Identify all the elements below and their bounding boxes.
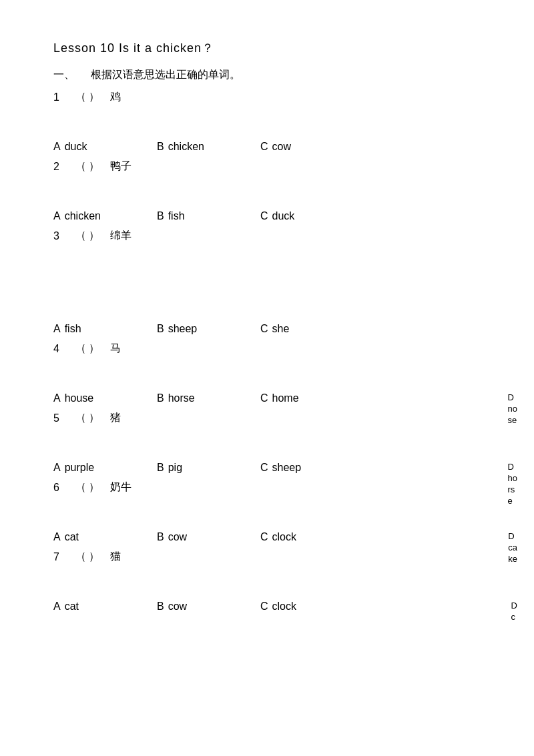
- option-4-C: Chome: [260, 392, 354, 404]
- q-blank-7: （ ）: [75, 550, 99, 564]
- option-3-B: Bsheep: [157, 323, 260, 335]
- question-block-6: 6（ ）奶牛AcatBcowCclockDcake: [53, 480, 481, 543]
- option-text-5-C: sheep: [272, 462, 302, 474]
- option-2-A: Achicken: [53, 210, 157, 222]
- question-row-2: 2（ ）鸭子: [53, 159, 481, 173]
- option-label-2-C: C: [260, 210, 268, 222]
- option-4-B: Bhorse: [157, 392, 260, 404]
- option-label-5-A: A: [53, 462, 61, 474]
- q-chinese-1: 鸡: [110, 90, 121, 104]
- option-d-sidebar-7: Dc: [511, 601, 517, 623]
- option-5-A: Apurple: [53, 462, 157, 474]
- option-3-C: Cshe: [260, 323, 354, 335]
- option-7-C: Cclock: [260, 601, 354, 613]
- option-d-sidebar-6: Dcake: [508, 531, 517, 565]
- option-d-sidebar-5: Dhorse: [508, 462, 517, 507]
- q-num-3: 3: [53, 230, 70, 242]
- question-row-7: 7（ ）猫: [53, 550, 481, 564]
- q-blank-1: （ ）: [75, 90, 99, 104]
- question-block-4: 4（ ）马AhouseBhorseChomeDnose: [53, 342, 481, 404]
- options-row-5: ApurpleBpigCsheepDhorse: [53, 462, 481, 474]
- q-num-1: 1: [53, 91, 70, 103]
- option-text-5-A: purple: [65, 462, 94, 474]
- option-text-6-B: cow: [168, 531, 187, 543]
- option-text-3-A: fish: [65, 323, 81, 335]
- question-block-2: 2（ ）鸭子AchickenBfishCduck: [53, 159, 481, 222]
- option-text-2-A: chicken: [65, 210, 101, 222]
- option-label-7-B: B: [157, 601, 164, 613]
- option-text-7-C: clock: [272, 601, 296, 613]
- option-text-1-A: duck: [65, 141, 87, 153]
- q-chinese-4: 马: [110, 342, 121, 356]
- q-num-4: 4: [53, 343, 70, 355]
- option-6-B: Bcow: [157, 531, 260, 543]
- option-label-4-C: C: [260, 392, 268, 404]
- option-label-1-C: C: [260, 141, 268, 153]
- option-label-3-B: B: [157, 323, 164, 335]
- option-7-A: Acat: [53, 601, 157, 613]
- q-blank-3: （ ）: [75, 229, 99, 243]
- option-text-3-B: sheep: [168, 323, 198, 335]
- options-row-2: AchickenBfishCduck: [53, 210, 481, 222]
- option-2-C: Cduck: [260, 210, 354, 222]
- option-text-3-C: she: [272, 323, 290, 335]
- option-label-5-C: C: [260, 462, 268, 474]
- q-chinese-7: 猫: [110, 550, 121, 564]
- option-1-B: Bchicken: [157, 141, 260, 153]
- options-row-1: AduckBchickenCcow: [53, 141, 481, 153]
- q-blank-2: （ ）: [75, 159, 99, 173]
- option-label-2-B: B: [157, 210, 164, 222]
- option-label-6-A: A: [53, 531, 61, 543]
- question-block-5: 5（ ）猪ApurpleBpigCsheepDhorse: [53, 411, 481, 474]
- section-header: 一、 根据汉语意思选出正确的单词。: [53, 68, 481, 82]
- q-blank-4: （ ）: [75, 342, 99, 356]
- option-text-6-C: clock: [272, 531, 296, 543]
- option-6-A: Acat: [53, 531, 157, 543]
- question-row-1: 1（ ）鸡: [53, 90, 481, 104]
- option-label-5-B: B: [157, 462, 164, 474]
- option-label-7-C: C: [260, 601, 268, 613]
- option-text-1-B: chicken: [168, 141, 204, 153]
- option-text-5-B: pig: [168, 462, 182, 474]
- option-text-4-A: house: [65, 392, 94, 404]
- option-5-C: Csheep: [260, 462, 354, 474]
- question-row-6: 6（ ）奶牛: [53, 480, 481, 494]
- option-text-2-C: duck: [272, 210, 295, 222]
- options-row-7: AcatBcowCclockDc: [53, 601, 481, 613]
- option-d-sidebar-4: Dnose: [508, 392, 517, 426]
- question-block-3: 3（ ）绵羊AfishBsheepCshe: [53, 229, 481, 335]
- q-num-5: 5: [53, 412, 70, 424]
- option-label-4-B: B: [157, 392, 164, 404]
- option-6-C: Cclock: [260, 531, 354, 543]
- option-3-A: Afish: [53, 323, 157, 335]
- question-row-3: 3（ ）绵羊: [53, 229, 481, 243]
- title: Lesson 10 Is it a chicken？: [53, 40, 481, 56]
- q-chinese-3: 绵羊: [110, 229, 131, 243]
- option-text-7-B: cow: [168, 601, 187, 613]
- q-num-2: 2: [53, 161, 70, 173]
- option-text-4-C: home: [272, 392, 299, 404]
- option-text-6-A: cat: [65, 531, 79, 543]
- q-blank-5: （ ）: [75, 411, 99, 425]
- q-num-7: 7: [53, 551, 70, 563]
- option-text-4-B: horse: [168, 392, 195, 404]
- question-block-1: 1（ ）鸡AduckBchickenCcow: [53, 90, 481, 153]
- option-label-3-C: C: [260, 323, 268, 335]
- option-5-B: Bpig: [157, 462, 260, 474]
- q-chinese-5: 猪: [110, 411, 121, 425]
- option-text-2-B: fish: [168, 210, 185, 222]
- question-row-5: 5（ ）猪: [53, 411, 481, 425]
- option-label-1-A: A: [53, 141, 61, 153]
- options-row-6: AcatBcowCclockDcake: [53, 531, 481, 543]
- q-num-6: 6: [53, 482, 70, 494]
- option-7-B: Bcow: [157, 601, 260, 613]
- question-row-4: 4（ ）马: [53, 342, 481, 356]
- option-label-4-A: A: [53, 392, 61, 404]
- option-label-6-C: C: [260, 531, 268, 543]
- question-block-7: 7（ ）猫AcatBcowCclockDc: [53, 550, 481, 613]
- option-4-A: Ahouse: [53, 392, 157, 404]
- q-chinese-6: 奶牛: [110, 480, 131, 494]
- option-1-A: Aduck: [53, 141, 157, 153]
- options-row-3: AfishBsheepCshe: [53, 323, 481, 335]
- option-label-1-B: B: [157, 141, 164, 153]
